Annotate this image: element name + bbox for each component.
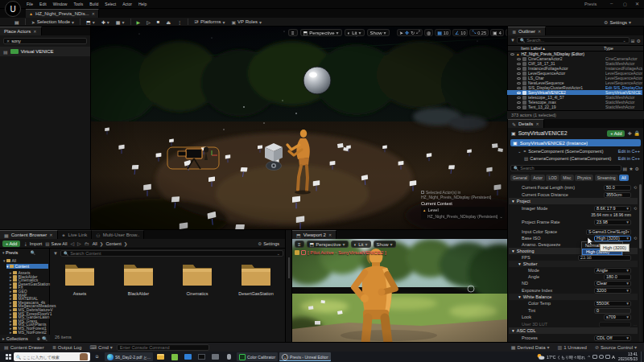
play-button[interactable]: ▶	[134, 18, 144, 27]
folder-label[interactable]: DesertGasStation	[228, 291, 284, 296]
camera-speed-icon[interactable]: ▣	[493, 30, 497, 35]
menu-edit[interactable]: Edit	[37, 2, 49, 6]
filter-physics[interactable]: Physics	[575, 175, 593, 181]
content-browser-tab[interactable]: ▦ Content Browser✕	[0, 230, 58, 239]
main-viewport[interactable]: ≡ ⬒ Perspective▾ ◐ Lit▾ Show▾ ➤ ✥ ↻ ⤢ ◍ …	[91, 27, 507, 229]
visibility-eye-icon[interactable]	[517, 58, 521, 60]
scale-tool-icon[interactable]: ⤢	[416, 30, 420, 35]
add-asset-button[interactable]: + Add	[2, 241, 20, 247]
cmd-dropdown[interactable]: ⌨Cmd▾	[85, 343, 116, 352]
source-control-button[interactable]: ⊘Source Control▾	[591, 343, 641, 352]
visibility-eye-icon[interactable]	[517, 92, 521, 94]
filter-lod[interactable]: LOD	[546, 175, 559, 181]
tab-close-icon[interactable]: ✕	[33, 29, 36, 34]
folder-label[interactable]: Assets	[52, 291, 108, 296]
outliner-search-input[interactable]	[526, 38, 621, 43]
folder-label[interactable]: BlackAlder	[110, 291, 167, 296]
taskbar-clock[interactable]: 13:41 2023/05/23	[617, 352, 639, 361]
visibility-eye-icon[interactable]	[517, 87, 521, 89]
outliner-row[interactable]: Tent_13_22_19StaticMeshActor	[507, 105, 642, 109]
details-settings-icon[interactable]: ⚙	[635, 166, 639, 171]
menu-help[interactable]: Help	[136, 2, 149, 6]
user-lut-field[interactable]	[599, 322, 631, 327]
folder-cinematics-icon[interactable]	[181, 262, 213, 288]
cb-search[interactable]: 🔍 ⌄	[60, 250, 283, 257]
section-asc-cdl[interactable]: ▾ASC CDL	[509, 327, 638, 334]
perspective-dropdown[interactable]: ⬒ Perspective▾	[307, 241, 349, 248]
scale-snap-icon[interactable]: ⤡	[472, 30, 476, 35]
menu-file[interactable]: File	[24, 2, 35, 6]
unsaved-button[interactable]: ▥1 Unsaved	[554, 343, 591, 352]
shutter-mode-dropdown[interactable]: Angle▾	[594, 268, 631, 274]
search-icon[interactable]: 🔍	[31, 250, 35, 255]
move-tool-icon[interactable]: ✥	[405, 30, 409, 35]
console-window-button[interactable]	[195, 352, 208, 362]
console-input[interactable]	[120, 345, 206, 350]
outliner-settings-icon[interactable]: ⚙	[637, 38, 641, 43]
lit-dropdown[interactable]: ◐ Lit▾	[351, 241, 371, 248]
frame-rate-dropdown[interactable]: 23.98▾	[594, 220, 631, 225]
filter-actor[interactable]: Actor	[530, 175, 545, 181]
visibility-eye-icon[interactable]	[517, 77, 521, 80]
details-scrollbar[interactable]	[639, 184, 642, 342]
viewport-options-icon[interactable]: ≡	[288, 29, 298, 36]
filter-misc[interactable]: Misc	[560, 175, 573, 181]
place-actors-tab[interactable]: Place Actors✕	[0, 27, 42, 35]
menu-select[interactable]: Select	[102, 2, 118, 6]
visibility-eye-icon[interactable]	[517, 101, 521, 104]
create-actor-dropdown[interactable]: ⬒▾	[83, 18, 98, 27]
settings-dropdown[interactable]: ⚙ Settings▾	[601, 18, 634, 27]
file-explorer-button[interactable]	[154, 352, 167, 362]
viewport-options-icon[interactable]: ≡	[295, 241, 304, 248]
perspective-dropdown[interactable]: ⬒ Perspective▾	[300, 29, 342, 36]
cdl-process-dropdown[interactable]: CDL Off▾	[594, 335, 631, 341]
show-desktop-button[interactable]	[641, 352, 642, 362]
reset-icon[interactable]: ⟲	[633, 236, 638, 241]
outliner-search[interactable]: 🔍 ⌄	[517, 37, 630, 43]
taskbar-search-box[interactable]: 🔍 ここに入力して検索	[14, 352, 90, 361]
reset-icon[interactable]: ⟲	[633, 206, 638, 211]
collections-bar[interactable]: ▸Collections ⊕ 🔍	[0, 335, 50, 342]
multi-user-tab[interactable]: ⚇Multi-User Brow..	[92, 230, 144, 239]
pilot-warning-icon[interactable]	[295, 250, 299, 255]
place-actors-result-row[interactable]: ▤ Virtual VENICE	[0, 47, 90, 56]
task-view-button[interactable]: ⧉	[90, 352, 104, 362]
viewport2-view[interactable]: ≡ ⬒ Perspective▾ ◐ Lit▾ Show▾ [ Pilot Ac…	[292, 239, 507, 343]
grid-snap-value[interactable]: 10	[444, 31, 448, 35]
component-row[interactable]: ⌄⚭ SceneComponent (SceneComponent) Edit …	[508, 147, 643, 154]
tab-close-icon[interactable]: ✕	[538, 29, 541, 34]
tray-sound-icon[interactable]	[599, 355, 604, 359]
filter-icon[interactable]: ▼	[510, 38, 515, 43]
context-level-row[interactable]: ▲ Level	[421, 207, 505, 213]
lit-dropdown[interactable]: ◐ Lit▾	[345, 29, 365, 36]
tab-close-icon[interactable]: ✕	[92, 11, 95, 16]
stop-button[interactable]: ■	[154, 18, 163, 27]
weather-widget[interactable]: 17°C くもり時々晴れ	[536, 353, 585, 360]
grid-snap-icon[interactable]: ▦	[437, 30, 442, 35]
details-tab[interactable]: ✎ Details✕	[508, 119, 544, 128]
breadcrumb-content[interactable]: Content	[105, 241, 121, 246]
blueprint-edit-icon[interactable]: ✚	[627, 130, 631, 136]
add-collection-icon[interactable]: ⊕	[37, 336, 41, 341]
vp-roles-dropdown[interactable]: ▣ VP Roles▾	[228, 18, 265, 27]
console-input-box[interactable]	[117, 344, 209, 351]
play-options-icon[interactable]: ⋮	[174, 18, 185, 27]
color-temp-dropdown[interactable]: 5500K▾	[594, 301, 631, 306]
nd-dropdown[interactable]: Clear▾	[594, 281, 631, 286]
cb-search-input[interactable]	[70, 251, 275, 256]
outliner-tab[interactable]: ≣ Outliner✕	[508, 27, 546, 35]
filter-all[interactable]: All	[619, 175, 629, 181]
save-preset-icon[interactable]: ▤	[623, 166, 628, 171]
world-space-icon[interactable]: ◍	[427, 30, 431, 35]
forward-icon[interactable]: ▷	[77, 241, 81, 246]
menu-actor[interactable]: Actor	[120, 2, 134, 6]
level-tab[interactable]: ▲ HZ_Night_Previs_NDis... ✕	[26, 9, 99, 18]
column-item-label[interactable]: Item Label ▴	[510, 46, 604, 51]
back-icon[interactable]: ◁	[70, 241, 74, 246]
cinematics-dropdown[interactable]: ▦▾	[113, 18, 128, 27]
filter-general[interactable]: General	[510, 175, 530, 181]
import-button[interactable]: ⭳Import	[23, 241, 42, 246]
start-button[interactable]	[0, 352, 14, 362]
place-actors-search[interactable]: ✕	[3, 38, 87, 44]
collapsed-panel-strip[interactable]	[286, 229, 292, 342]
